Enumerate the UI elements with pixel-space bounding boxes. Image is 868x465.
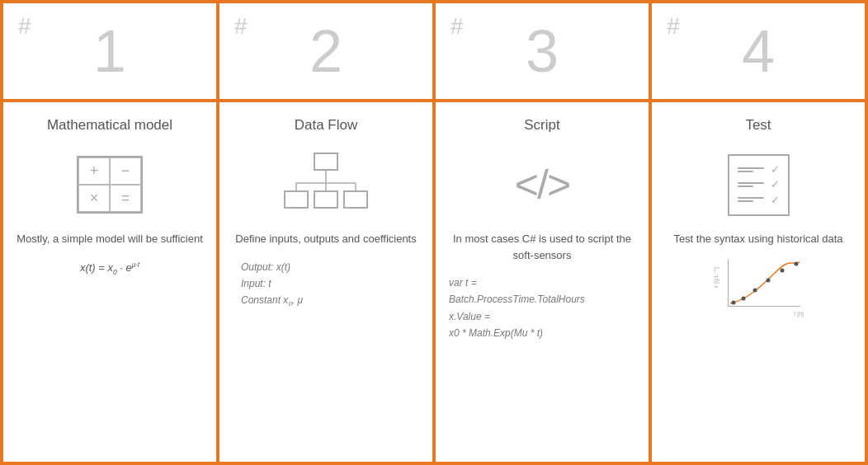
svg-point-14 (795, 261, 799, 265)
number-cell-2: # 2 (218, 2, 434, 101)
number-cell-4: # 4 (650, 2, 866, 101)
checkmark-2: ✓ (771, 178, 780, 190)
section-math-model: Mathematical model + − × = Mostly, a sim… (2, 101, 218, 463)
chart-container: x [g·L⁻¹] t [h] (713, 259, 804, 317)
line-1a (738, 167, 764, 169)
section-test: Test ✓ ✓ (650, 101, 866, 463)
line-3a (738, 197, 764, 199)
svg-point-9 (732, 300, 736, 304)
code-block: var t = Batch.ProcessTime.TotalHours x.V… (449, 275, 635, 342)
chart-y-label: x [g·L⁻¹] (713, 267, 719, 288)
dataflow-description: Define inputs, outputs and coefficients (235, 231, 416, 247)
section-title-2: Data Flow (295, 117, 358, 134)
script-description: In most cases C# is used to script the s… (449, 231, 635, 263)
chart-x-label: t [h] (794, 311, 804, 317)
code-lines: var t = Batch.ProcessTime.TotalHours x.V… (449, 275, 635, 342)
number-1: 1 (18, 21, 201, 81)
test-description: Test the syntax using historical data (673, 231, 842, 247)
number-2: 2 (234, 21, 417, 81)
main-grid: # 1 # 2 # 3 # 4 Mathematical model + − ×… (0, 0, 868, 465)
math-grid-icon: + − × = (77, 156, 143, 214)
math-icon-area: + − × = (77, 152, 143, 218)
hash-3: # (451, 15, 464, 38)
network-icon (281, 152, 371, 218)
number-3: 3 (451, 21, 634, 81)
check-row-3: ✓ (738, 194, 780, 206)
input-item: Input: t (241, 275, 419, 292)
check-row-1: ✓ (738, 163, 780, 176)
code-brackets-icon: </> (515, 161, 569, 209)
svg-point-12 (767, 278, 771, 282)
section-script: Script </> In most cases C# is used to s… (434, 101, 650, 463)
math-plus: + (78, 157, 110, 185)
svg-point-13 (781, 268, 785, 272)
chart-axes (728, 259, 800, 307)
section-title-1: Mathematical model (47, 117, 172, 134)
section-title-3: Script (524, 117, 559, 134)
check-row-2: ✓ (738, 178, 780, 190)
checklist-icon-area: ✓ ✓ ✓ (728, 152, 790, 218)
checkmark-1: ✓ (771, 163, 780, 176)
line-2b (738, 186, 753, 187)
svg-rect-0 (314, 153, 337, 170)
svg-rect-8 (344, 191, 367, 208)
number-cell-3: # 3 (434, 2, 650, 101)
svg-point-11 (753, 288, 757, 292)
output-item: Output: x(t) (241, 259, 419, 275)
svg-rect-7 (314, 191, 337, 208)
chart-svg (729, 259, 801, 307)
line-2a (738, 182, 764, 184)
hash-4: # (667, 15, 680, 38)
math-times: × (78, 185, 110, 212)
hash-2: # (234, 15, 248, 38)
svg-rect-6 (285, 191, 308, 208)
section-data-flow: Data Flow Define inputs, out (218, 101, 434, 463)
math-description: Mostly, a simple model will be sufficien… (17, 231, 203, 247)
hash-1: # (18, 15, 31, 38)
line-1b (738, 171, 753, 172)
number-4: 4 (667, 21, 850, 81)
check-lines-3 (738, 197, 764, 202)
math-formula: x(t) = x0 · eμ·t (80, 261, 139, 276)
math-minus: − (110, 157, 141, 185)
section-title-4: Test (745, 117, 771, 134)
constant-item: Constant x0, μ (241, 292, 419, 310)
code-icon-area: </> (515, 152, 569, 218)
line-3b (738, 200, 753, 202)
network-icon-area (281, 152, 371, 218)
checkmark-3: ✓ (771, 194, 780, 206)
number-cell-1: # 1 (2, 2, 218, 101)
check-lines-2 (738, 182, 764, 187)
math-equals: = (110, 185, 141, 212)
check-lines-1 (738, 167, 764, 172)
dataflow-list: Output: x(t) Input: t Constant x0, μ (233, 259, 419, 310)
checklist-icon: ✓ ✓ ✓ (728, 154, 790, 216)
svg-point-10 (742, 296, 746, 300)
